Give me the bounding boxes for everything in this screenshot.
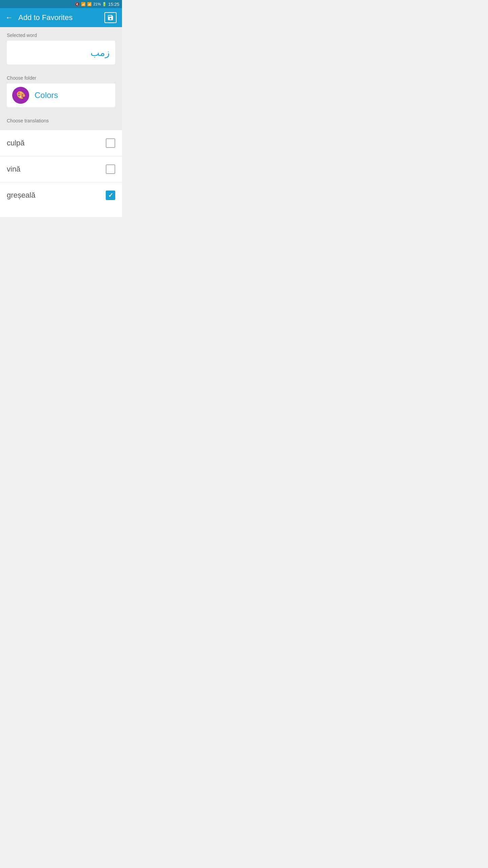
folder-name: Colors bbox=[35, 91, 58, 100]
back-button[interactable]: ← bbox=[5, 13, 13, 22]
checkbox-culpa[interactable] bbox=[106, 138, 115, 148]
checkbox-vina[interactable] bbox=[106, 164, 115, 174]
selected-word-field[interactable]: زمب bbox=[7, 41, 115, 64]
translation-item-culpa: culpă bbox=[0, 130, 122, 156]
translation-item-vina: vină bbox=[0, 156, 122, 182]
choose-translations-label: Choose translations bbox=[7, 118, 115, 123]
palette-icon: 🎨 bbox=[16, 91, 25, 100]
folder-picker[interactable]: 🎨 Colors bbox=[7, 83, 115, 107]
app-bar: ← Add to Favorites bbox=[0, 8, 122, 27]
choose-translations-section: Choose translations bbox=[0, 114, 122, 130]
save-icon bbox=[107, 14, 114, 21]
save-button[interactable] bbox=[104, 12, 117, 23]
battery-icon: 🔋 bbox=[102, 2, 107, 6]
status-bar: 🔇 📶 📶 21% 🔋 15:25 bbox=[0, 0, 122, 8]
wifi-icon: 📶 bbox=[81, 2, 86, 6]
page-title: Add to Favorites bbox=[18, 13, 99, 22]
translation-item-greseala: greșeală bbox=[0, 182, 122, 208]
choose-folder-section: Choose folder 🎨 Colors bbox=[0, 70, 122, 114]
translation-word-vina: vină bbox=[7, 165, 20, 174]
translation-word-greseala: greșeală bbox=[7, 191, 35, 200]
checkbox-greseala[interactable] bbox=[106, 191, 115, 200]
folder-icon-circle: 🎨 bbox=[12, 87, 29, 104]
selected-word-label: Selected word bbox=[7, 33, 115, 38]
signal-icon: 📶 bbox=[87, 2, 92, 6]
main-content: Selected word زمب Choose folder 🎨 Colors… bbox=[0, 27, 122, 217]
selected-word-section: Selected word زمب bbox=[0, 27, 122, 70]
clock: 15:25 bbox=[108, 2, 119, 7]
back-arrow-icon: ← bbox=[5, 13, 13, 22]
translations-list: culpă vină greșeală bbox=[0, 130, 122, 217]
choose-folder-label: Choose folder bbox=[7, 75, 115, 81]
selected-word-value: زمب bbox=[90, 47, 110, 58]
status-icons: 🔇 📶 📶 21% 🔋 15:25 bbox=[75, 2, 119, 7]
battery-level: 21% bbox=[93, 2, 101, 6]
translation-word-culpa: culpă bbox=[7, 139, 25, 147]
mute-icon: 🔇 bbox=[75, 2, 80, 6]
